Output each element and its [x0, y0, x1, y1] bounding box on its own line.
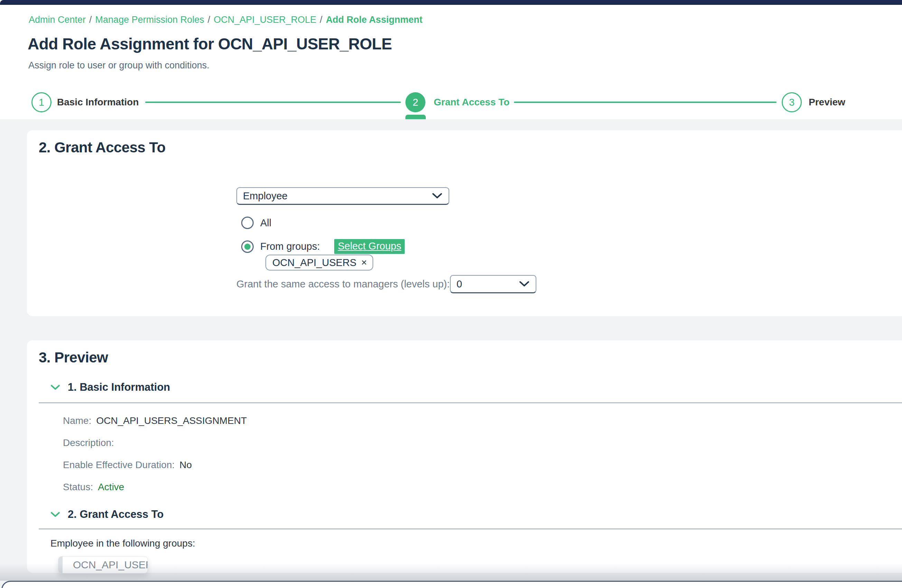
page-header: Admin Center/Manage Permission Roles/OCN…	[0, 5, 902, 119]
field-row-effective-duration: Enable Effective Duration:No	[63, 459, 192, 471]
stepper-connector	[514, 102, 777, 103]
remove-group-icon[interactable]: ×	[361, 258, 367, 267]
active-step-indicator	[406, 115, 426, 119]
step-2-label: Grant Access To	[434, 97, 509, 108]
window-top-bar	[0, 0, 902, 5]
status-value: Active	[98, 482, 124, 492]
field-row-status: Status:Active	[63, 481, 124, 493]
step-1-number: 1	[39, 97, 44, 108]
preview-section-grant-access-header: 2. Grant Access To	[50, 508, 163, 521]
target-type-selected-value: Employee	[237, 190, 432, 202]
grant-access-card: 2. Grant Access To Employee All From gro…	[27, 130, 902, 316]
field-value: No	[179, 460, 192, 470]
field-row-description: Description:	[63, 437, 119, 449]
breadcrumb: Admin Center/Manage Permission Roles/OCN…	[29, 14, 422, 25]
section-divider	[39, 402, 902, 403]
radio-from-groups-label: From groups:	[260, 241, 319, 252]
chevron-down-icon	[432, 193, 442, 199]
preview-heading: 3. Preview	[39, 349, 108, 366]
breadcrumb-role-name[interactable]: OCN_API_USER_ROLE	[214, 14, 316, 25]
field-row-name: Name:OCN_API_USERS_ASSIGNMENT	[63, 415, 247, 427]
collapse-chevron-icon[interactable]	[50, 385, 60, 390]
radio-selected-dot	[244, 244, 251, 250]
field-label: Description:	[63, 437, 114, 448]
field-label: Enable Effective Duration:	[63, 460, 174, 470]
step-1-label: Basic Information	[57, 97, 139, 108]
managers-levels-label: Grant the same access to managers (level…	[236, 275, 449, 293]
breadcrumb-separator: /	[208, 14, 210, 25]
breadcrumb-separator: /	[319, 14, 323, 25]
footer-shadow	[0, 563, 902, 581]
page-subtitle: Assign role to user or group with condit…	[28, 60, 210, 71]
section-title: 1. Basic Information	[68, 381, 170, 394]
section-divider	[39, 529, 902, 529]
breadcrumb-admin-center[interactable]: Admin Center	[29, 14, 86, 25]
radio-all[interactable]	[241, 217, 254, 229]
add-role-assignment-screen: Admin Center/Manage Permission Roles/OCN…	[0, 0, 902, 588]
step-3-label: Preview	[809, 97, 845, 108]
target-type-select[interactable]: Employee	[236, 187, 449, 205]
radio-row-from-groups: From groups: Select Groups	[241, 239, 405, 254]
field-value: OCN_API_USERS_ASSIGNMENT	[96, 415, 247, 426]
footer-bar	[2, 581, 902, 588]
group-token: OCN_API_USERS ×	[265, 255, 373, 271]
breadcrumb-manage-permission-roles[interactable]: Manage Permission Roles	[96, 14, 204, 25]
page-title: Add Role Assignment for OCN_API_USER_ROL…	[28, 34, 392, 53]
group-token-label: OCN_API_USERS	[272, 257, 356, 269]
breadcrumb-current-page: Add Role Assignment	[326, 14, 423, 25]
collapse-chevron-icon[interactable]	[50, 511, 60, 518]
managers-level-selected-value: 0	[451, 278, 519, 290]
select-groups-link[interactable]: Select Groups	[334, 239, 405, 254]
radio-all-label: All	[260, 217, 271, 229]
field-label: Name:	[63, 415, 91, 426]
step-1-circle[interactable]: 1	[31, 92, 52, 112]
step-2-circle[interactable]: 2	[406, 92, 426, 112]
step-3-circle[interactable]: 3	[782, 92, 802, 112]
section-title: 2. Grant Access To	[68, 508, 163, 521]
field-label: Status:	[63, 482, 93, 492]
breadcrumb-separator: /	[89, 14, 92, 25]
stepper-connector	[145, 102, 401, 103]
radio-from-groups[interactable]	[241, 241, 254, 253]
preview-card: 3. Preview 1. Basic Information Name:OCN…	[27, 340, 902, 573]
step-3-number: 3	[789, 97, 794, 108]
groups-intro-text: Employee in the following groups:	[50, 538, 195, 549]
step-2-number: 2	[413, 97, 418, 108]
preview-section-basic-info-header: 1. Basic Information	[50, 381, 170, 394]
managers-level-select[interactable]: 0	[450, 275, 536, 293]
radio-row-all: All	[241, 217, 271, 229]
chevron-down-icon	[519, 281, 529, 287]
grant-access-heading: 2. Grant Access To	[39, 139, 166, 156]
